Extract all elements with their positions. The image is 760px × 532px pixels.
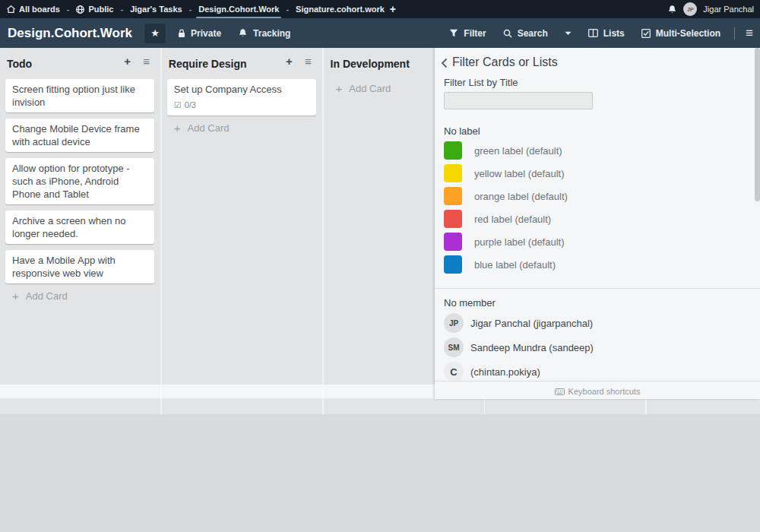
label-name: green label (default) (474, 145, 562, 157)
add-card-button[interactable]: +Add Card (174, 122, 322, 135)
card-title: Change Mobile Device frame with actual d… (12, 122, 147, 148)
filter-panel: Filter Cards or Lists Filter List by Tit… (435, 47, 760, 399)
member-avatar: C (444, 362, 464, 382)
label-color-swatch (444, 187, 462, 205)
topbar-board-label: Design.Cohort.Work (198, 5, 279, 14)
list-header: Require Design+≡ (162, 48, 322, 76)
add-card-label: Add Card (188, 122, 230, 134)
filter-button[interactable]: Filter (449, 28, 486, 39)
nav-separator: - (67, 5, 70, 14)
globe-icon (76, 5, 84, 14)
plus-icon: + (12, 290, 19, 302)
card[interactable]: Have a Mobile App with responsive web vi… (5, 250, 154, 283)
member-avatar: SM (444, 337, 464, 357)
nav-separator: - (189, 5, 192, 14)
lists-button[interactable]: Lists (588, 28, 625, 39)
label-name: blue label (default) (474, 259, 556, 271)
member-name: Sandeep Mundra (sandeep) (470, 342, 594, 353)
label-color-swatch (444, 233, 462, 251)
label-filter-orange[interactable]: orange label (default) (444, 187, 751, 205)
plus-icon: + (336, 82, 343, 95)
add-card-label: Add Card (349, 83, 391, 94)
member-filter-c[interactable]: C(chintan.pokiya) (444, 362, 751, 382)
label-filter-blue[interactable]: blue label (default) (444, 255, 751, 274)
back-chevron-icon[interactable] (441, 58, 448, 68)
add-card-button[interactable]: +Add Card (12, 290, 160, 302)
topbar-board-signature-cohort-work[interactable]: Signature.cohort.work (295, 2, 385, 17)
panel-scrollbar-thumb[interactable] (755, 48, 760, 201)
search-button[interactable]: Search (503, 28, 548, 39)
card[interactable]: Allow option for prototype - such as iPh… (5, 158, 154, 204)
label-filter-green[interactable]: green label (default) (444, 141, 751, 160)
filter-panel-title: Filter Cards or Lists (452, 55, 558, 69)
topbar-board-all-boards[interactable]: All boards (6, 2, 61, 17)
caret-icon (565, 31, 572, 36)
list-menu-icon[interactable]: ≡ (143, 55, 150, 68)
checklist-badge: ☑0/3 (174, 99, 309, 112)
action-label: Filter (464, 28, 486, 39)
card[interactable]: Screen fitting option just like invision (5, 79, 154, 112)
filter-panel-header: Filter Cards or Lists (435, 47, 760, 71)
list-title: In Development (331, 58, 410, 70)
topbar-board-public[interactable]: Public (75, 2, 114, 17)
topbar-board-jigar-s-tasks[interactable]: Jigar's Tasks (129, 2, 182, 17)
lock-icon (178, 29, 185, 38)
board-menu-button[interactable]: ≡ (746, 26, 752, 41)
list-header: Todo+≡ (0, 48, 160, 76)
action-label: Multi-Selection (656, 28, 720, 39)
label-color-swatch (444, 255, 462, 274)
panel-bottom-divider (435, 381, 760, 382)
label-color-swatch (444, 164, 462, 182)
action-label: Lists (603, 28, 625, 39)
user-name[interactable]: Jigar Panchal (703, 5, 754, 14)
list-menu-icon[interactable]: ≡ (305, 55, 312, 68)
card[interactable]: Set up Company Access☑0/3 (167, 79, 316, 116)
board-tracking-badge[interactable]: Tracking (238, 28, 290, 39)
filter-list-by-title-label: Filter List by Title (444, 77, 751, 88)
no-member-option[interactable]: No member (444, 297, 751, 309)
member-avatar: JP (444, 313, 464, 333)
keyboard-shortcuts-link[interactable]: Keyboard shortcuts (435, 387, 760, 396)
nav-separator: - (120, 5, 123, 14)
label-color-swatch (444, 141, 462, 160)
star-board-button[interactable]: ★ (144, 24, 166, 43)
add-card-plus-button[interactable]: + (124, 55, 131, 68)
nav-separator: - (286, 5, 289, 14)
list-todo: Todo+≡Screen fitting option just like in… (0, 48, 160, 414)
board-actions: FilterSearchListsMulti-Selection (432, 28, 720, 39)
bell-icon (238, 28, 248, 38)
add-card-label: Add Card (26, 290, 68, 302)
multi-selection-button[interactable]: Multi-Selection (641, 28, 720, 39)
search-dropdown-caret[interactable] (565, 31, 572, 36)
action-label: Search (518, 28, 548, 39)
add-board-button[interactable]: + (390, 3, 396, 15)
checklist-count: 0/3 (185, 99, 196, 112)
label-filter-red[interactable]: red label (default) (444, 210, 751, 228)
board-private-badge[interactable]: Private (178, 28, 221, 39)
home-icon (7, 5, 15, 13)
topbar-board-label: Signature.cohort.work (296, 5, 385, 14)
member-filter-jp[interactable]: JPJigar Panchal (jigarpanchal) (444, 313, 751, 333)
member-filter-sm[interactable]: SMSandeep Mundra (sandeep) (444, 337, 751, 357)
label-name: red label (default) (474, 214, 551, 225)
member-name: (chintan.pokiya) (470, 366, 540, 378)
cards-container: Screen fitting option just like invision… (0, 76, 160, 283)
notifications-bell-icon[interactable] (667, 5, 677, 14)
filter-list-input[interactable] (444, 92, 593, 109)
topbar-board-design-cohort-work[interactable]: Design.Cohort.Work (198, 2, 280, 17)
board-title: Design.Cohort.Work (8, 26, 132, 41)
plus-icon: + (174, 122, 181, 135)
user-avatar[interactable]: JP (683, 2, 697, 16)
no-label-option[interactable]: No label (444, 125, 751, 137)
checklist-icon: ☑ (174, 99, 182, 112)
card[interactable]: Change Mobile Device frame with actual d… (5, 119, 154, 152)
card[interactable]: Archive a screen when no longer needed. (5, 211, 154, 244)
label-filter-purple[interactable]: purple label (default) (444, 233, 751, 251)
list-title: Require Design (169, 58, 247, 70)
label-name: orange label (default) (474, 191, 568, 202)
label-filter-yellow[interactable]: yellow label (default) (444, 164, 751, 182)
card-title: Have a Mobile App with responsive web vi… (12, 254, 147, 280)
top-bar: All boards-Public-Jigar's Tasks-Design.C… (0, 0, 760, 18)
boards-nav: All boards-Public-Jigar's Tasks-Design.C… (6, 2, 385, 17)
add-card-plus-button[interactable]: + (286, 55, 293, 68)
